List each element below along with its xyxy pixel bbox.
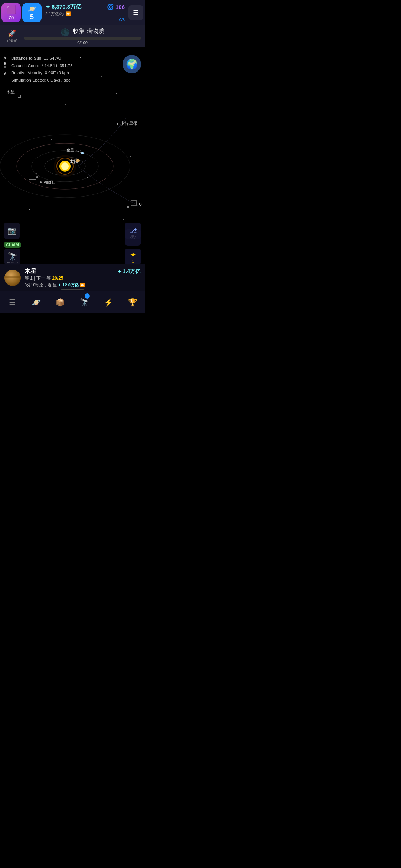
top-bar: 🟪 70 🪐 5 ✦ 6,370.3万亿 🌀 106 2.1万亿/秒 ⏩ 0/8… bbox=[0, 0, 145, 25]
per-sec-amount: 2.1万亿/秒 bbox=[45, 11, 64, 17]
nav-item-tasks[interactable]: ☰ bbox=[0, 291, 24, 313]
asteroid-belt-label: 小行星带 bbox=[117, 121, 138, 127]
jupiter-thumbnail bbox=[4, 270, 21, 286]
mission-title: 收集 暗物质 bbox=[73, 27, 104, 35]
level-highlight: 20/25 bbox=[52, 276, 63, 281]
reward-count: 1 bbox=[132, 260, 134, 263]
cube-count: 70 bbox=[9, 15, 14, 20]
globe-button[interactable]: 🌍 bbox=[123, 55, 141, 73]
left-actions: 📷 CLAIM 🔭 40:30:15 bbox=[4, 223, 21, 265]
vesta-label: vesta. bbox=[29, 179, 55, 185]
resource-bar: ✦ 6,370.3万亿 🌀 106 2.1万亿/秒 ⏩ 0/8 bbox=[43, 3, 127, 22]
fast-forward-icon-bonus: ⏩ bbox=[80, 283, 85, 287]
camera-button[interactable]: 📷 bbox=[4, 223, 20, 239]
svg-point-10 bbox=[81, 152, 84, 154]
c-object-label: C bbox=[131, 200, 142, 206]
rocket-icon: 🚀 bbox=[8, 29, 16, 37]
planet-button[interactable]: 🪐 5 bbox=[22, 3, 42, 22]
nav-item-solar[interactable]: 🪐 bbox=[24, 291, 48, 313]
achievements-icon: 🏆 bbox=[128, 298, 137, 307]
dark-matter-orb-icon: 🌑 bbox=[61, 28, 70, 37]
globe-icon: 🌍 bbox=[126, 59, 138, 70]
planet-level: 5 bbox=[30, 13, 34, 21]
sparkle-yellow-icon: ✦ bbox=[130, 250, 136, 259]
solar-system-svg bbox=[0, 51, 145, 261]
nav-telescope-icon: 🔭 bbox=[80, 298, 89, 307]
cube-icon: 🟪 bbox=[6, 5, 16, 15]
claim-button[interactable]: CLAIM bbox=[4, 242, 21, 248]
mission-progress-bar bbox=[24, 37, 141, 40]
notif-left bbox=[4, 270, 21, 286]
mission-icon-area: 🚀 已锁定 bbox=[4, 29, 20, 43]
star-resource: ✦ 6,370.3万亿 bbox=[45, 3, 81, 10]
bracket-tl-icon bbox=[3, 89, 6, 92]
vesta-bracket bbox=[29, 179, 36, 185]
dark-matter-display: 🌀 106 bbox=[107, 4, 125, 10]
sparkle-icon: ✦ bbox=[45, 3, 50, 10]
sparkle-icon-notif: ✦ bbox=[117, 269, 122, 274]
tasks-icon: ☰ bbox=[9, 298, 16, 307]
locked-label: 已锁定 bbox=[7, 38, 17, 43]
nav-item-inventory[interactable]: 📦 bbox=[48, 291, 72, 313]
resource-amount: 6,370.3万亿 bbox=[52, 3, 81, 10]
level-text-1: 等 1 | 下一 等 bbox=[25, 276, 52, 281]
notif-level-text: 等 1 | 下一 等 20/25 bbox=[25, 275, 140, 282]
planet-icon: 🪐 bbox=[27, 4, 37, 13]
jupiter-label: 木星 bbox=[3, 89, 18, 95]
nav-item-achievements[interactable]: 🏆 bbox=[121, 291, 145, 313]
telescope-icon: 🔭 bbox=[7, 252, 17, 262]
mission-content: 🌑 收集 暗物质 0/100 bbox=[24, 27, 141, 45]
telescope-badge: 2 bbox=[85, 293, 90, 299]
energy-icon: ⚡ bbox=[104, 298, 113, 307]
cube-button[interactable]: 🟪 70 bbox=[1, 3, 21, 22]
target-dot-icon bbox=[117, 123, 118, 125]
sun-label: 太阳 bbox=[69, 158, 78, 165]
chevron-down-icon[interactable]: ∨ bbox=[3, 70, 7, 76]
claim-label: CLAIM bbox=[6, 243, 19, 247]
space-view[interactable]: 木星 小行星带 金星 太阳 vesta. C bbox=[0, 51, 145, 261]
svg-point-11 bbox=[36, 176, 38, 178]
bracket-br-icon bbox=[18, 95, 21, 98]
telescope-button[interactable]: 🔭 40:30:15 bbox=[4, 249, 20, 265]
notif-reward-amount: 1.4万亿 bbox=[123, 268, 140, 275]
bottom-nav: ☰ 🪐 📦 🔭 2 ⚡ 🏆 bbox=[0, 291, 145, 313]
solar-icon: 🪐 bbox=[32, 298, 41, 307]
timer-badge: 40:30:15 bbox=[4, 261, 20, 264]
gold-star-label: 金星 bbox=[66, 148, 74, 153]
dark-matter-count: 106 bbox=[115, 4, 125, 10]
notif-reward-display: ✦ 1.4万亿 bbox=[117, 268, 140, 275]
slider-bar bbox=[61, 289, 84, 290]
dark-matter-icon: 🌀 bbox=[107, 4, 114, 10]
camera-icon: 📷 bbox=[7, 226, 17, 235]
menu-button[interactable]: ☰ bbox=[128, 5, 143, 20]
star-reward-button[interactable]: ✦ 1 bbox=[125, 249, 141, 265]
mission-progress-text: 0/100 bbox=[77, 40, 88, 45]
vesta-dot bbox=[40, 181, 42, 183]
tech-tree-button[interactable]: ⎇ bbox=[125, 223, 141, 239]
bonus-amount: 12.0万亿 bbox=[63, 283, 79, 287]
sparkle-icon-bonus: ✦ bbox=[58, 283, 61, 287]
c-bracket bbox=[131, 200, 137, 206]
chevron-up-icon[interactable]: ∧ bbox=[3, 55, 7, 61]
nav-item-telescope[interactable]: 🔭 2 bbox=[72, 291, 97, 313]
notif-planet-name: 木星 bbox=[25, 267, 36, 275]
svg-point-12 bbox=[127, 206, 129, 208]
nav-item-energy[interactable]: ⚡ bbox=[97, 291, 121, 313]
progress-text: 0/8 bbox=[119, 17, 125, 22]
notification-card[interactable]: 木星 ✦ 1.4万亿 等 1 | 下一 等 20/25 8分18秒之，道 生 ✦… bbox=[0, 264, 145, 291]
notif-description: 8分18秒之，道 生 ✦ 12.0万亿 ⏩ bbox=[25, 282, 140, 288]
notif-text-block: 木星 ✦ 1.4万亿 等 1 | 下一 等 20/25 8分18秒之，道 生 ✦… bbox=[25, 267, 140, 288]
inventory-icon: 📦 bbox=[56, 298, 65, 307]
fast-forward-icon: ⏩ bbox=[66, 11, 71, 16]
svg-point-6 bbox=[61, 162, 69, 170]
mission-bar: 🚀 已锁定 🌑 收集 暗物质 0/100 bbox=[0, 25, 145, 47]
hamburger-icon: ☰ bbox=[133, 9, 139, 17]
tree-icon: ⎇ bbox=[129, 227, 137, 235]
